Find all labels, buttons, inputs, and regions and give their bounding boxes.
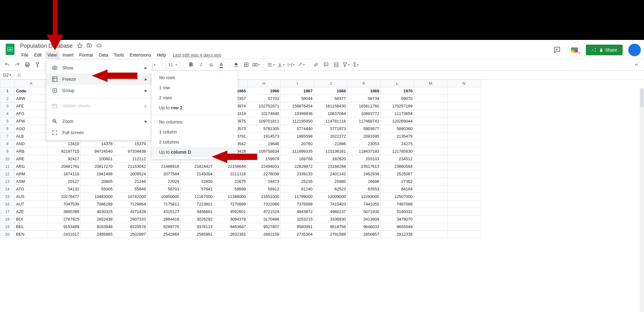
cell[interactable]: 23880564 [381,163,414,170]
cell[interactable]: 2542864 [147,231,181,238]
cell[interactable]: 27362 [381,178,414,185]
cell[interactable]: 57641 [181,185,214,193]
cell[interactable]: 121785630 [381,148,414,155]
cell[interactable]: 2735304 [281,231,314,238]
cell[interactable]: 112112 [114,155,147,163]
cell[interactable] [414,110,447,118]
cell[interactable]: 3253215 [281,216,314,223]
row-header[interactable]: 14 [0,185,15,193]
cell[interactable] [414,185,447,193]
cell[interactable]: 94724540 [81,148,114,155]
cell[interactable]: 3170496 [247,216,281,223]
cell[interactable]: 92197715 [47,148,81,155]
cell[interactable]: 5071930 [347,208,381,216]
cell[interactable]: 2791588 [314,231,347,238]
cell[interactable]: 5771973 [314,125,347,133]
cell[interactable]: 21246 [114,178,147,185]
cell[interactable] [414,95,447,102]
cell[interactable]: 4592601 [214,208,247,216]
cell[interactable]: 1874119 [47,170,81,178]
expand-toolbar-icon[interactable] [633,62,640,69]
cell[interactable]: 2797925 [47,216,81,223]
cell[interactable]: 9378113 [181,223,214,231]
cell[interactable]: 5180032 [381,208,414,216]
cell[interactable]: 19646 [247,140,281,148]
cell[interactable]: 1968 [314,87,347,95]
cell[interactable]: 7223801 [181,200,214,208]
cell[interactable]: 9183948 [81,223,114,231]
cell[interactable]: 2276038 [247,170,281,178]
cell[interactable]: 5803677 [347,125,381,133]
cell[interactable]: 2964416 [147,216,181,223]
cell[interactable] [414,208,447,216]
cell[interactable]: 3895398 [47,208,81,216]
cell[interactable] [447,200,481,208]
cell[interactable]: 59912 [247,185,281,193]
freeze-1-row[interactable]: 1 row [152,83,238,93]
cell[interactable]: 56701 [147,185,181,193]
cell[interactable]: 1966 [247,87,281,95]
freeze-2-columns[interactable]: 2 columns [152,137,238,147]
italic-button[interactable]: I [197,61,205,69]
cell[interactable]: 2465865 [81,231,114,238]
cell[interactable]: 24275 [381,140,414,148]
cell[interactable]: 5890360 [381,125,414,133]
cell[interactable]: 117468741 [347,118,381,125]
row-header[interactable]: 6 [0,125,15,133]
cell[interactable]: 4315127 [147,208,181,216]
merge-button[interactable]: ▼ [252,61,260,69]
cell[interactable]: 4843872 [281,208,314,216]
cell[interactable]: 2907320 [114,216,147,223]
cell[interactable]: 10742000 [114,193,147,200]
cell[interactable]: 54132 [47,185,81,193]
cell[interactable] [447,133,481,140]
cell[interactable]: 9655549 [381,223,414,231]
cell[interactable]: 1965598 [281,133,314,140]
cell[interactable]: 64184 [381,185,414,193]
cell[interactable]: 9289770 [147,223,181,231]
cell[interactable]: 1914573 [247,133,281,140]
cell[interactable]: 58699 [214,185,247,193]
cell[interactable]: 114781116 [314,118,347,125]
cell[interactable]: 20127 [47,178,81,185]
cell[interactable] [414,178,447,185]
cell[interactable] [447,208,481,216]
meet-button[interactable]: ▾ [568,43,581,57]
functions-button[interactable]: Σ▼ [352,61,360,69]
print-button[interactable] [23,61,31,69]
cell[interactable]: 4721528 [247,208,281,216]
cell[interactable]: 2502897 [114,231,147,238]
cell[interactable]: 10483000 [81,193,114,200]
cell[interactable]: 2632361 [214,231,247,238]
row-header[interactable]: 11 [0,163,15,170]
cell[interactable] [414,87,447,95]
menu-help[interactable]: Help [154,51,169,59]
cell[interactable]: 1970 [381,87,414,95]
cell[interactable]: ARG [15,163,47,170]
sheets-logo[interactable] [4,43,16,56]
cell[interactable]: 182620 [314,155,347,163]
cell[interactable]: 20760 [281,140,314,148]
cell[interactable]: BDI [15,216,47,223]
cell[interactable]: 55849 [114,185,147,193]
cell[interactable]: 10276477 [47,193,81,200]
cell[interactable] [447,118,481,125]
row-header[interactable]: 9 [0,148,15,155]
cell[interactable]: AUT [15,200,47,208]
cell[interactable]: 4030325 [81,208,114,216]
cell[interactable]: 1969 [347,87,381,95]
menu-extensions[interactable]: Extensions [127,51,153,59]
cell[interactable] [414,140,447,148]
menu-format[interactable]: Format [77,51,96,59]
redo-button[interactable] [13,61,21,69]
cell[interactable]: 7270889 [214,200,247,208]
last-edit-link[interactable]: Last edit was 4 days ago [173,52,221,57]
freeze-no-rows[interactable]: No rows [152,73,238,83]
cell[interactable] [414,133,447,140]
cell[interactable]: 10637064 [314,110,347,118]
cell[interactable]: 11173654 [381,110,414,118]
cell[interactable]: 62523 [314,185,347,193]
cell[interactable]: 203103 [347,155,381,163]
cell[interactable]: 21824427 [181,163,214,170]
cell[interactable] [447,185,481,193]
